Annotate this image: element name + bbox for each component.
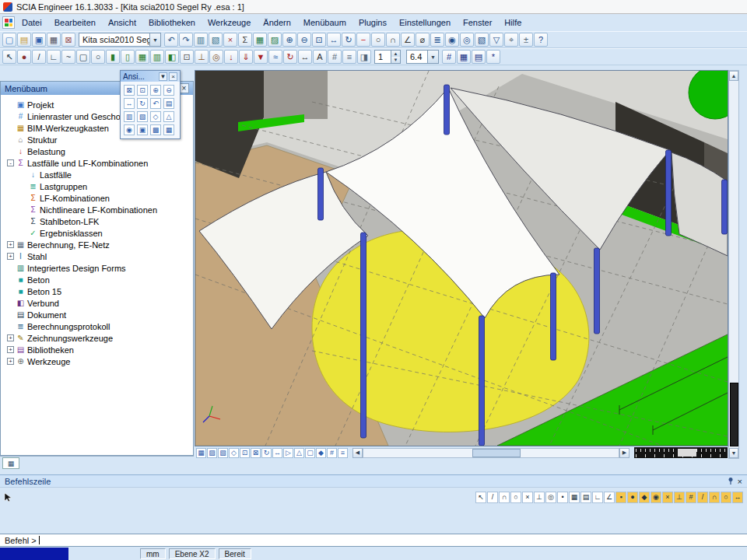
tree-item[interactable]: Σ Nichtlineare LF-Kombinationen bbox=[1, 204, 193, 215]
table-input-icon[interactable]: ▦ bbox=[457, 50, 471, 64]
snap-mid-icon[interactable]: ◆ bbox=[639, 492, 650, 503]
grid-toggle-icon[interactable]: # bbox=[327, 448, 337, 458]
scroll-left-icon[interactable]: ◀ bbox=[352, 448, 363, 458]
vertical-scroll-thumb[interactable] bbox=[730, 383, 738, 446]
snap-intersection-icon[interactable]: × bbox=[522, 492, 533, 503]
zoom-in-icon[interactable]: ⊕ bbox=[282, 33, 296, 47]
red-line-icon[interactable]: − bbox=[356, 33, 370, 47]
rotate-view-icon[interactable]: ↻ bbox=[342, 33, 356, 47]
scale-spinner[interactable]: 1 ▲▼ bbox=[374, 50, 401, 64]
close-project-icon[interactable]: ⊠ bbox=[61, 33, 75, 47]
snap-perpendicular-icon[interactable]: ⊥ bbox=[534, 492, 545, 503]
text-icon[interactable]: A bbox=[313, 50, 327, 64]
arc-icon[interactable]: ∩ bbox=[386, 33, 400, 47]
ortho-icon[interactable]: ∟ bbox=[592, 492, 603, 503]
storey-icon[interactable]: ≡ bbox=[342, 50, 356, 64]
view-y-icon[interactable]: △ bbox=[294, 448, 304, 458]
tree-item[interactable]: ↓ Belastung bbox=[1, 145, 193, 157]
view-front-icon[interactable]: ▥ bbox=[124, 111, 135, 122]
line-icon[interactable]: / bbox=[32, 50, 46, 64]
polyline-icon[interactable]: ∟ bbox=[47, 50, 61, 64]
point-load-icon[interactable]: ↓ bbox=[224, 50, 238, 64]
view-x-icon[interactable]: ▷ bbox=[283, 448, 293, 458]
snap-length-icon[interactable]: ↔ bbox=[732, 492, 743, 503]
menu-einstellungen[interactable]: Einstellungen bbox=[394, 16, 456, 29]
chevron-down-icon[interactable]: ▼ bbox=[149, 33, 160, 46]
mesh-icon[interactable]: ▦ bbox=[253, 33, 267, 47]
command-input[interactable]: Befehl > bbox=[0, 534, 747, 547]
zoom-window-icon[interactable]: ⊡ bbox=[312, 33, 326, 47]
tree-item[interactable]: Σ Stahlbeton-LFK bbox=[1, 215, 193, 227]
settings-icon[interactable]: * bbox=[486, 50, 500, 64]
pin-icon[interactable] bbox=[727, 477, 735, 485]
snap-endpoint-icon[interactable]: ▪ bbox=[615, 492, 626, 503]
dimension-icon[interactable]: ↔ bbox=[298, 50, 312, 64]
pan-icon[interactable]: ↔ bbox=[272, 448, 282, 458]
tree-tab[interactable]: ▦ bbox=[2, 457, 19, 469]
menu-fenster[interactable]: Fenster bbox=[458, 16, 497, 29]
thermal-load-icon[interactable]: ≈ bbox=[268, 50, 282, 64]
beam-icon[interactable]: ▮ bbox=[106, 50, 120, 64]
tree-item[interactable]: ≣ Lastgruppen bbox=[1, 180, 193, 192]
tree-item[interactable]: ▤ Dokument bbox=[1, 309, 193, 320]
snap-ortho-icon[interactable]: ⊥ bbox=[674, 492, 685, 503]
project-combo[interactable]: Kita scia2010 Segel ▼ bbox=[79, 33, 161, 47]
grid-icon[interactable]: # bbox=[328, 50, 342, 64]
perspective-icon[interactable]: △ bbox=[163, 111, 174, 122]
shell-icon[interactable]: ◧ bbox=[165, 50, 179, 64]
new-project-icon[interactable]: ▢ bbox=[2, 33, 16, 47]
view-palette-header[interactable]: Ansi... ▼ × bbox=[121, 71, 180, 82]
plate-icon[interactable]: ▦ bbox=[135, 50, 149, 64]
tree-item[interactable]: + ▦ Berechnung, FE-Netz bbox=[1, 239, 193, 250]
visibility-icon[interactable]: ◉ bbox=[445, 33, 459, 47]
menu-werkzeuge[interactable]: Werkzeuge bbox=[202, 16, 256, 29]
save-icon[interactable]: ▣ bbox=[32, 33, 46, 47]
menu-bibliotheken[interactable]: Bibliotheken bbox=[143, 16, 201, 29]
tree-item[interactable]: ↓ Lastfälle bbox=[1, 169, 193, 180]
tree-item[interactable]: ■ Beton 15 bbox=[1, 285, 193, 297]
node-icon[interactable]: ● bbox=[17, 50, 31, 64]
redo-icon[interactable]: ↷ bbox=[179, 33, 193, 47]
grid-lines-icon[interactable]: ▤ bbox=[580, 492, 591, 503]
paste-icon[interactable]: ▧ bbox=[209, 33, 223, 47]
select-icon[interactable]: ↖ bbox=[2, 50, 16, 64]
command-panel-header[interactable]: Befehlszeile × bbox=[0, 474, 747, 488]
render-icon[interactable]: ▩ bbox=[150, 124, 161, 135]
snap-tangent2-icon[interactable]: ○ bbox=[721, 492, 731, 503]
grid-dots-icon[interactable]: ▦ bbox=[569, 492, 580, 503]
display-settings-icon[interactable]: ≡ bbox=[338, 448, 348, 458]
circle-icon[interactable]: ○ bbox=[371, 33, 385, 47]
renumber-icon[interactable]: # bbox=[442, 50, 456, 64]
snap-midpoint-icon[interactable]: • bbox=[557, 492, 568, 503]
value-combo[interactable]: 6.4 ▼ bbox=[406, 50, 439, 64]
menu-menubaum[interactable]: Menübaum bbox=[298, 16, 352, 29]
title-bar[interactable]: SCIA Engineer 16.1.3033 - [Kita scia2010… bbox=[0, 0, 747, 14]
circle-tool-icon[interactable]: ○ bbox=[91, 50, 105, 64]
rotate-icon[interactable]: ↻ bbox=[261, 448, 272, 458]
snap-center-icon[interactable]: ◉ bbox=[651, 492, 661, 503]
expand-box-icon[interactable]: + bbox=[7, 358, 14, 365]
wireframe-icon[interactable]: ▦ bbox=[196, 448, 206, 458]
horizontal-scrollbar[interactable]: ◀ ▶ bbox=[352, 448, 630, 458]
zoom-all-icon[interactable]: ⊠ bbox=[251, 448, 261, 458]
snap-curve-icon[interactable]: ∩ bbox=[709, 492, 720, 503]
help-icon[interactable]: ? bbox=[534, 33, 548, 47]
coordinates-icon[interactable]: ± bbox=[519, 33, 533, 47]
rotate-view-icon[interactable]: ↻ bbox=[137, 98, 148, 109]
snap-line-icon[interactable]: / bbox=[487, 492, 498, 503]
menubar-app-icon[interactable] bbox=[2, 16, 15, 29]
chevron-down-icon[interactable]: ▼ bbox=[427, 51, 438, 63]
zoom-all-icon[interactable]: ⊠ bbox=[124, 85, 135, 96]
menu-bearbeiten[interactable]: Bearbeiten bbox=[49, 16, 101, 29]
tree-item[interactable]: ■ Beton bbox=[1, 274, 193, 285]
pan-icon[interactable]: ↔ bbox=[124, 98, 135, 109]
snap-settings-icon[interactable]: ⌖ bbox=[504, 33, 518, 47]
scroll-right-icon[interactable]: ▶ bbox=[619, 448, 630, 458]
tree-item[interactable]: + ⊕ Werkzeuge bbox=[1, 355, 193, 367]
hinge-icon[interactable]: ◎ bbox=[209, 50, 223, 64]
zoom-window-icon[interactable]: ⊡ bbox=[137, 85, 148, 96]
zoom-out-icon[interactable]: ⊖ bbox=[163, 85, 174, 96]
polar-icon[interactable]: ∠ bbox=[604, 492, 615, 503]
hidden-line-icon[interactable]: ▧ bbox=[218, 448, 228, 458]
view-side-icon[interactable]: ▧ bbox=[137, 111, 148, 122]
